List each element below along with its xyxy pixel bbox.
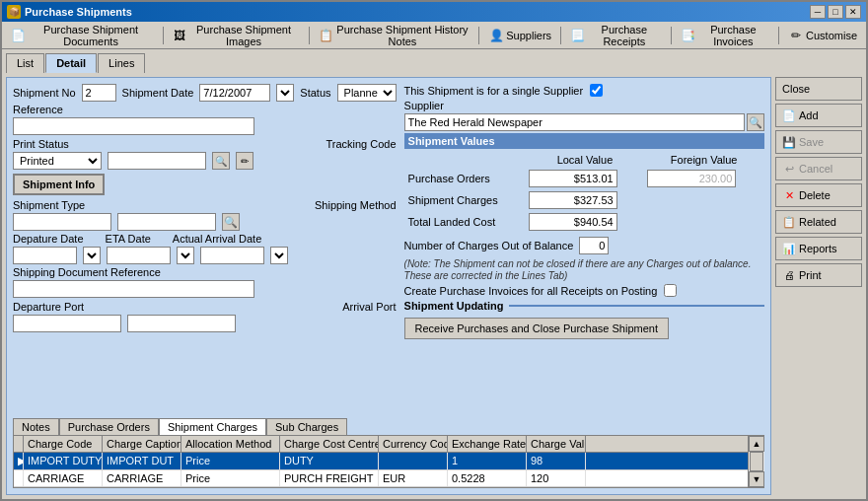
main-tabs: List Detail Lines bbox=[2, 49, 866, 73]
shipment-no-input[interactable] bbox=[82, 84, 116, 102]
reference-input[interactable] bbox=[13, 117, 254, 135]
add-button[interactable]: 📄 Add bbox=[775, 104, 862, 127]
reference-label: Reference bbox=[13, 104, 63, 115]
delete-button[interactable]: ✕ Delete bbox=[775, 183, 862, 207]
receipts-icon: 📃 bbox=[570, 28, 585, 43]
tab-shipment-charges[interactable]: Shipment Charges bbox=[159, 418, 266, 435]
sep3 bbox=[478, 27, 479, 44]
suppliers-button[interactable]: 👤 Suppliers bbox=[482, 25, 557, 46]
tab-sub-charges[interactable]: Sub Charges bbox=[266, 418, 347, 435]
grid-row[interactable]: ▶ IMPORT DUTY IMPORT DUT Price DUTY 1 98 bbox=[14, 453, 748, 470]
print-button[interactable]: 🖨 Print bbox=[775, 263, 862, 287]
note-text: (Note: The Shipment can not be closed if… bbox=[404, 258, 752, 281]
print-tracking-inputs: Printed 🔍 ✏ bbox=[13, 152, 397, 170]
charge-code-cell: IMPORT DUTY bbox=[24, 453, 103, 469]
local-value-label: Local Value bbox=[557, 154, 614, 166]
scroll-up[interactable]: ▲ bbox=[749, 436, 764, 452]
toolbar: 📄 Purchase Shipment Documents 🖼 Purchase… bbox=[2, 22, 866, 49]
shipping-doc-label: Shipping Document Reference bbox=[13, 266, 161, 278]
customise-icon: ✏ bbox=[788, 28, 804, 43]
total-landed-cost-input[interactable] bbox=[529, 213, 617, 231]
sep2 bbox=[309, 27, 310, 44]
shipment-charges-local-input[interactable] bbox=[529, 191, 617, 209]
tab-lines[interactable]: Lines bbox=[98, 53, 145, 73]
currency-cell: EUR bbox=[379, 470, 448, 486]
grid-row[interactable]: CARRIAGE CARRIAGE Price PURCH FREIGHT EU… bbox=[14, 470, 748, 487]
tracking-edit-btn[interactable]: ✏ bbox=[236, 152, 253, 170]
departure-date-label: Depature Date bbox=[13, 233, 84, 245]
maximize-button[interactable]: □ bbox=[828, 5, 843, 19]
grid-scrollbar[interactable]: ▲ ▼ bbox=[749, 435, 764, 488]
tab-purchase-orders[interactable]: Purchase Orders bbox=[59, 418, 159, 435]
cost-centre-cell: DUTY bbox=[280, 453, 379, 469]
create-invoices-label: Create Purchase Invoices for all Receipt… bbox=[404, 285, 658, 297]
reports-button[interactable]: 📊 Reports bbox=[775, 237, 862, 260]
shipping-doc-row: Shipping Document Reference bbox=[13, 266, 397, 278]
supplier-input[interactable] bbox=[404, 113, 745, 131]
charge-value-cell: 98 bbox=[527, 453, 586, 469]
bottom-tabs: Notes Purchase Orders Shipment Charges S… bbox=[13, 418, 764, 435]
actual-arrival-input[interactable] bbox=[200, 247, 264, 264]
shipment-date-input[interactable] bbox=[199, 84, 270, 102]
actual-arrival-dropdown[interactable] bbox=[270, 247, 288, 264]
related-button[interactable]: 📋 Related bbox=[775, 210, 862, 234]
date-inputs-row bbox=[13, 247, 397, 264]
departure-date-input[interactable] bbox=[13, 247, 77, 264]
cancel-button[interactable]: ↩ Cancel bbox=[775, 157, 862, 180]
tab-detail[interactable]: Detail bbox=[45, 53, 97, 73]
eta-date-dropdown[interactable] bbox=[177, 247, 194, 264]
shipping-doc-input[interactable] bbox=[13, 280, 254, 298]
shipment-info-button[interactable]: Shipment Info bbox=[13, 174, 105, 195]
purchase-orders-local-input[interactable] bbox=[529, 170, 617, 187]
minimize-button[interactable]: ─ bbox=[810, 5, 826, 19]
save-button[interactable]: 💾 Save bbox=[775, 130, 862, 154]
shipping-method-input[interactable] bbox=[117, 213, 216, 231]
grid-wrapper: Charge Code Charge Caption Allocation Me… bbox=[13, 435, 764, 488]
charge-caption-cell: CARRIAGE bbox=[103, 470, 181, 486]
purchase-orders-foreign-input[interactable] bbox=[647, 170, 736, 187]
supplier-label-row: Supplier bbox=[404, 100, 764, 111]
departure-port-input[interactable] bbox=[13, 315, 121, 332]
close-button[interactable]: ✕ bbox=[845, 5, 861, 19]
print-icon: 🖨 bbox=[782, 268, 796, 282]
print-status-label: Print Status bbox=[13, 138, 69, 150]
add-icon: 📄 bbox=[782, 108, 796, 122]
customise-button[interactable]: ✏ Customise bbox=[782, 25, 863, 46]
create-invoices-checkbox[interactable] bbox=[664, 284, 677, 297]
charges-balance-input[interactable] bbox=[579, 237, 609, 254]
title-bar: 📦 Purchase Shipments ─ □ ✕ bbox=[2, 2, 866, 22]
single-supplier-checkbox[interactable] bbox=[590, 84, 603, 97]
window-title: Purchase Shipments bbox=[25, 6, 132, 18]
shipment-date-label: Shipment Date bbox=[122, 87, 194, 99]
scroll-down[interactable]: ▼ bbox=[749, 471, 764, 487]
purchase-shipment-documents-button[interactable]: 📄 Purchase Shipment Documents bbox=[5, 25, 160, 46]
purchase-receipts-button[interactable]: 📃 Purchase Receipts bbox=[564, 25, 668, 46]
customise-label: Customise bbox=[806, 30, 857, 41]
tracking-search-btn[interactable]: 🔍 bbox=[212, 152, 230, 170]
print-status-dropdown[interactable]: Printed bbox=[13, 152, 102, 170]
single-supplier-row: This Shipment is for a single Supplier bbox=[404, 84, 764, 97]
purchase-invoices-button[interactable]: 📑 Purchase Invoices bbox=[675, 25, 776, 46]
save-icon: 💾 bbox=[782, 135, 796, 149]
eta-label: ETA Date bbox=[106, 233, 151, 245]
supplier-search-btn[interactable]: 🔍 bbox=[747, 113, 764, 131]
eta-date-input[interactable] bbox=[107, 247, 171, 264]
tab-list[interactable]: List bbox=[6, 53, 44, 73]
shipment-date-dropdown[interactable] bbox=[276, 84, 294, 102]
arrival-port-input[interactable] bbox=[127, 315, 236, 332]
close-button[interactable]: Close bbox=[775, 77, 862, 101]
tab-notes[interactable]: Notes bbox=[13, 418, 59, 435]
scroll-thumb[interactable] bbox=[750, 452, 763, 471]
purchase-shipment-images-button[interactable]: 🖼 Purchase Shipment Images bbox=[167, 25, 306, 46]
charges-balance-row: Number of Charges Out of Balance bbox=[404, 237, 764, 254]
delete-icon: ✕ bbox=[782, 188, 796, 202]
documents-label: Purchase Shipment Documents bbox=[28, 24, 154, 47]
status-dropdown[interactable]: Planned bbox=[337, 84, 397, 102]
departure-date-dropdown[interactable] bbox=[83, 247, 101, 264]
purchase-shipment-history-notes-button[interactable]: 📋 Purchase Shipment History Notes bbox=[313, 25, 476, 46]
app-icon: 📦 bbox=[7, 5, 21, 19]
receive-purchases-button[interactable]: Receive Purchases and Close Purchase Shi… bbox=[404, 318, 669, 339]
shipping-method-search[interactable]: 🔍 bbox=[222, 213, 240, 231]
tracking-code-input[interactable] bbox=[108, 152, 206, 170]
shipment-type-input[interactable] bbox=[13, 213, 111, 231]
